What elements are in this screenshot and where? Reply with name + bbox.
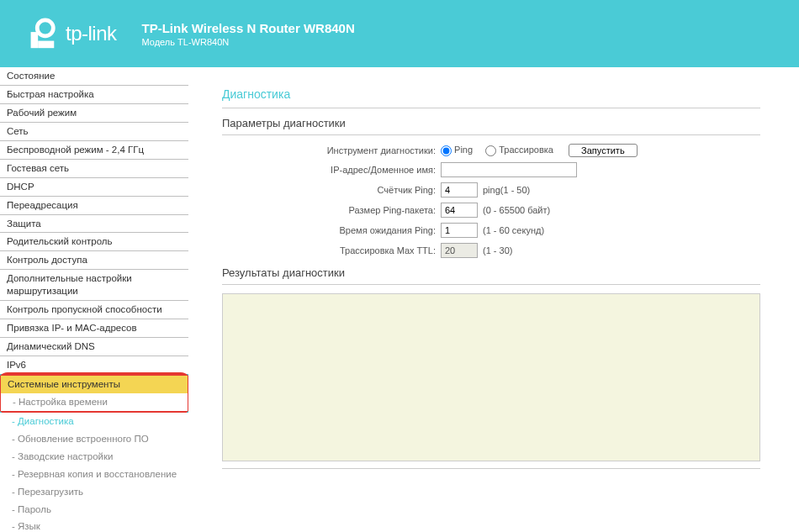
sidebar-item-ddns[interactable]: Динамический DNS: [0, 338, 188, 356]
product-model: Модель TL-WR840N: [142, 37, 355, 47]
sidebar-sub-language[interactable]: - Язык: [0, 518, 188, 532]
sidebar-item-parental[interactable]: Родительский контроль: [0, 233, 188, 251]
hint-trace-ttl: (1 - 30): [483, 245, 512, 255]
separator: [222, 284, 760, 285]
page-title: Диагностика: [222, 87, 760, 101]
app-header: tp-link TP-Link Wireless N Router WR840N…: [0, 0, 799, 67]
results-output: [222, 293, 760, 461]
sidebar-item-quick-setup[interactable]: Быстрая настройка: [0, 86, 188, 104]
diagnostics-form: Инструмент диагностики: Ping Трассировка…: [273, 144, 760, 258]
results-section-title: Результаты диагностики: [222, 266, 760, 279]
separator: [222, 134, 760, 135]
tp-link-logo-icon: [24, 16, 59, 51]
sidebar-item-bandwidth[interactable]: Контроль пропускной способности: [0, 301, 188, 319]
sidebar-item-status[interactable]: Состояние: [0, 67, 188, 86]
separator: [222, 468, 760, 469]
sidebar-item-system-tools[interactable]: Системные инструменты: [1, 376, 188, 393]
radio-ping[interactable]: Ping: [441, 145, 473, 156]
label-ip: IP-адрес/Доменное имя:: [273, 165, 441, 175]
product-title: TP-Link Wireless N Router WR840N: [142, 21, 355, 35]
ping-count-input[interactable]: [441, 182, 478, 198]
sidebar-item-forwarding[interactable]: Переадресация: [0, 197, 188, 215]
label-ping-timeout: Время ожидания Ping:: [273, 225, 441, 235]
trace-ttl-input: [441, 243, 478, 258]
svg-point-0: [37, 20, 53, 36]
separator: [222, 108, 760, 108]
label-ping-size: Размер Ping-пакета:: [273, 205, 441, 215]
label-tool: Инструмент диагностики:: [273, 145, 441, 155]
svg-rect-1: [31, 32, 39, 48]
ip-input[interactable]: [441, 162, 577, 177]
label-ping-count: Счётчик Ping:: [273, 185, 441, 195]
sidebar-sub-backup[interactable]: - Резервная копия и восстановление: [0, 466, 188, 483]
sidebar-sub-password[interactable]: - Пароль: [0, 501, 188, 519]
radio-trace[interactable]: Трассировка: [485, 145, 553, 156]
sidebar-item-ip-mac[interactable]: Привязка IP- и MAC-адресов: [0, 319, 188, 338]
sidebar-item-wireless[interactable]: Беспроводной режим - 2,4 ГГц: [0, 141, 188, 160]
sidebar-sub-diagnostics[interactable]: - Диагностика: [0, 413, 188, 430]
sidebar-item-op-mode[interactable]: Рабочий режим: [0, 104, 188, 123]
sidebar-item-access[interactable]: Контроль доступа: [0, 251, 188, 270]
params-section-title: Параметры диагностики: [222, 117, 760, 129]
content-area: Диагностика Параметры диагностики Инстру…: [188, 67, 799, 532]
ping-timeout-input[interactable]: [441, 223, 478, 238]
header-title: TP-Link Wireless N Router WR840N Модель …: [142, 21, 355, 47]
hint-ping-count: ping(1 - 50): [483, 185, 530, 195]
sidebar-item-guest[interactable]: Гостевая сеть: [0, 160, 188, 178]
brand-logo: tp-link: [24, 16, 117, 51]
sidebar-item-security[interactable]: Защита: [0, 215, 188, 234]
brand-name: tp-link: [66, 22, 117, 45]
sidebar-item-routing[interactable]: Дополнительные настройки маршрутизации: [0, 270, 188, 301]
sidebar-item-network[interactable]: Сеть: [0, 123, 188, 141]
run-button[interactable]: Запустить: [569, 144, 638, 157]
sidebar-sub-time[interactable]: - Настройка времени: [1, 393, 188, 411]
label-trace-ttl: Трассировка Max TTL:: [273, 245, 441, 255]
sidebar-sub-factory[interactable]: - Заводские настройки: [0, 448, 188, 466]
sidebar-sub-firmware[interactable]: - Обновление встроенного ПО: [0, 430, 188, 448]
hint-ping-size: (0 - 65500 байт): [483, 205, 550, 215]
sidebar-nav: Состояние Быстрая настройка Рабочий режи…: [0, 67, 188, 532]
sidebar-item-ipv6[interactable]: IPv6: [0, 356, 188, 374]
sidebar-sub-reboot[interactable]: - Перезагрузить: [0, 483, 188, 501]
highlight-annotation: Системные инструменты - Настройка времен…: [0, 372, 191, 414]
hint-ping-timeout: (1 - 60 секунд): [483, 225, 544, 235]
sidebar-item-dhcp[interactable]: DHCP: [0, 178, 188, 197]
svg-rect-2: [38, 41, 54, 49]
ping-size-input[interactable]: [441, 203, 478, 218]
